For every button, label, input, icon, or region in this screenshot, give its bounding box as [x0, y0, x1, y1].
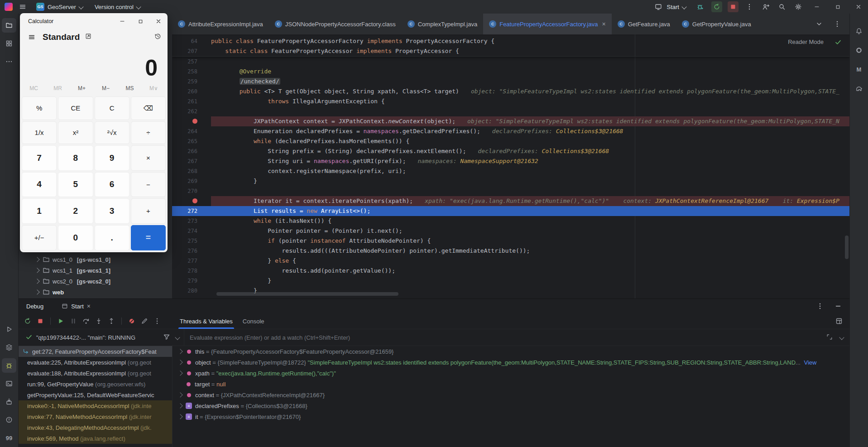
calc-key[interactable]: 5: [58, 172, 93, 197]
stop-icon[interactable]: [34, 315, 46, 327]
settings-icon[interactable]: [793, 1, 804, 12]
editor-tab[interactable]: CJSONNodePropertyAccessorFactory.class: [269, 14, 402, 34]
variable-value[interactable]: View: [804, 359, 816, 366]
calc-key[interactable]: 3: [95, 198, 129, 224]
window-minimize-button[interactable]: [809, 0, 825, 14]
line-number[interactable]: 262: [172, 106, 197, 116]
calc-key[interactable]: %: [22, 96, 57, 120]
run-configuration-widget[interactable]: Start: [649, 0, 690, 14]
reader-mode-label[interactable]: Reader Mode: [788, 38, 824, 45]
line-number[interactable]: 264: [172, 126, 197, 136]
stack-frame[interactable]: invoke:569, Method (java.lang.reflect): [18, 433, 172, 444]
main-menu-icon[interactable]: [17, 1, 28, 12]
line-number[interactable]: 272: [172, 206, 197, 216]
vertical-scrollbar[interactable]: [845, 236, 849, 259]
project-tool-icon[interactable]: [2, 18, 16, 33]
calc-memory-button[interactable]: MR: [46, 85, 70, 92]
calc-key[interactable]: 7: [22, 145, 57, 171]
stack-frame[interactable]: run:99, GetPropertyValue (org.geoserver.…: [18, 379, 172, 389]
line-number[interactable]: 266: [172, 146, 197, 156]
mute-breakpoints-icon[interactable]: [126, 315, 138, 327]
calculator-window[interactable]: Calculator Standard 0 MCMRM+M−MSM∨ %CEC⌫…: [20, 13, 168, 252]
ai-assistant-icon[interactable]: [852, 43, 866, 58]
inspections-status-icon[interactable]: [834, 38, 842, 48]
calc-close-button[interactable]: [149, 13, 168, 29]
expand-editor-icon[interactable]: [826, 334, 833, 341]
code-editor[interactable]: 64public class FeaturePropertyAccessorFa…: [172, 34, 850, 298]
calc-key[interactable]: 4: [22, 172, 57, 197]
calc-key[interactable]: C: [95, 96, 129, 120]
stack-frame[interactable]: invoke0:-1, NativeMethodAccessorImpl (jd…: [18, 400, 172, 411]
step-out-icon[interactable]: [106, 315, 117, 327]
tool-strip-badge[interactable]: 99: [2, 431, 16, 445]
keep-on-top-icon[interactable]: [85, 33, 91, 41]
line-number[interactable]: 207: [172, 46, 197, 56]
calc-key[interactable]: 2: [58, 198, 93, 224]
chevron-down-icon[interactable]: [175, 335, 180, 340]
variable-row[interactable]: xpath = "exec(java.lang.Runtime.getRunti…: [173, 368, 850, 379]
line-number[interactable]: 269: [172, 176, 197, 186]
more-tool-windows-icon[interactable]: [2, 54, 16, 69]
project-tree-item[interactable]: web: [18, 287, 172, 298]
step-into-icon[interactable]: [93, 315, 105, 327]
expand-chevron-icon[interactable]: [177, 392, 182, 397]
pause-icon[interactable]: [67, 315, 79, 327]
tab-list-chevron-icon[interactable]: [814, 19, 825, 29]
close-tab-icon[interactable]: ×: [602, 20, 605, 28]
debug-session-tab[interactable]: Start ×: [62, 303, 91, 310]
horizontal-scrollbar[interactable]: [216, 292, 398, 296]
calc-key[interactable]: ×: [131, 145, 166, 171]
rerun-icon[interactable]: [22, 315, 34, 327]
stack-frame[interactable]: get:272, FeaturePropertyAccessorFactory$…: [18, 346, 172, 357]
project-widget[interactable]: GS GeoServer: [33, 1, 86, 12]
window-maximize-button[interactable]: [830, 0, 845, 14]
breakpoint-dot[interactable]: [172, 196, 197, 206]
window-close-button[interactable]: [851, 0, 866, 14]
expand-chevron-icon[interactable]: [177, 370, 182, 375]
services-tool-icon[interactable]: [2, 340, 16, 355]
calc-memory-button[interactable]: M+: [70, 85, 94, 92]
code-with-me-icon[interactable]: [760, 1, 771, 12]
expand-chevron-icon[interactable]: [177, 403, 182, 408]
restart-debug-icon[interactable]: [711, 1, 722, 12]
line-number[interactable]: 261: [172, 96, 197, 106]
run-tool-icon[interactable]: [2, 322, 16, 336]
line-number[interactable]: 268: [172, 166, 197, 176]
debug-content-tab[interactable]: Threads & Variables: [175, 313, 238, 329]
evaluate-expression-icon[interactable]: [139, 315, 150, 327]
stop-process-icon[interactable]: [728, 1, 739, 12]
calc-key[interactable]: 1: [22, 198, 57, 224]
line-number[interactable]: 64: [172, 36, 197, 46]
project-tree-item[interactable]: wcs2_0 [gs-wcs2_0]: [18, 276, 172, 287]
calc-key[interactable]: +/−: [22, 225, 57, 251]
thread-selector[interactable]: "qtp1997344422-... "main": RUNNING: [18, 329, 184, 346]
line-number[interactable]: 280: [172, 286, 197, 296]
hide-panel-icon[interactable]: [833, 301, 844, 312]
line-number[interactable]: 258: [172, 67, 197, 77]
calc-key[interactable]: 1/x: [22, 121, 57, 144]
step-over-icon[interactable]: [80, 315, 92, 327]
debug-run-icon[interactable]: [695, 1, 706, 12]
gradle-icon[interactable]: [852, 81, 866, 96]
expand-chevron-icon[interactable]: [177, 360, 182, 365]
more-actions-icon[interactable]: [151, 315, 163, 327]
breakpoint-dot[interactable]: [172, 116, 197, 126]
variable-row[interactable]: target = null: [173, 379, 850, 389]
notifications-icon[interactable]: [852, 24, 866, 38]
stack-frame[interactable]: evaluate:225, AttributeExpressionImpl (o…: [18, 357, 172, 368]
history-icon[interactable]: [154, 33, 161, 42]
calc-memory-button[interactable]: M−: [94, 85, 118, 92]
stack-frame[interactable]: invoke:77, NativeMethodAccessorImpl (jdk…: [18, 411, 172, 422]
resume-icon[interactable]: [55, 315, 67, 327]
chevron-down-icon[interactable]: [839, 335, 844, 340]
editor-tab[interactable]: CGetFeature.java: [612, 14, 676, 34]
calc-maximize-button[interactable]: [131, 13, 149, 29]
search-everywhere-icon[interactable]: [777, 1, 787, 12]
structure-tool-icon[interactable]: [2, 36, 16, 51]
line-number[interactable]: 267: [172, 156, 197, 166]
line-number[interactable]: 278: [172, 266, 197, 276]
calc-memory-button[interactable]: MS: [118, 85, 142, 92]
editor-tab[interactable]: CGetPropertyValue.java: [676, 14, 757, 34]
variable-row[interactable]: this = {FeaturePropertyAccessorFactory$F…: [173, 346, 850, 357]
expand-chevron-icon[interactable]: [177, 414, 182, 419]
